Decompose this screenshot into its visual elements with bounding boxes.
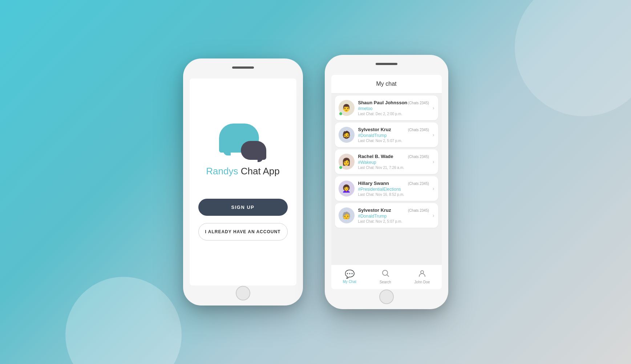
avatar: 🧓 <box>339 207 355 223</box>
search-icon <box>381 269 389 279</box>
avatar-wrap: 👩‍🦱 <box>339 181 355 197</box>
phone-speaker-right <box>376 63 397 65</box>
signup-button[interactable]: SIGN UP <box>198 199 288 216</box>
logo-area: Randys Chat App <box>206 124 279 177</box>
chat-last: Last Chat: Nov 16, 8:52 p.m. <box>358 193 429 197</box>
already-account-button[interactable]: I ALREADY HAVE AN ACCOUNT <box>198 223 288 240</box>
phone-left: Randys Chat App SIGN UP I ALREADY HAVE A… <box>183 58 303 306</box>
app-title: Randys Chat App <box>206 166 279 177</box>
avatar: 👩‍🦱 <box>339 181 355 197</box>
avatar: 🧔 <box>339 127 355 143</box>
chat-name: Sylvestor Kruz <box>358 207 391 213</box>
avatar-wrap: 👨 <box>339 100 355 116</box>
chat-last: Last Chat: Nov 2, 5:07 p.m. <box>358 219 429 223</box>
svg-point-2 <box>421 271 424 274</box>
chat-name: Shaun Paul Johnsson <box>358 100 408 105</box>
chat-info: Sylvestor Kruz (Chats 2345) #DonaldTrump… <box>358 127 429 143</box>
avatar-wrap: 🧓 <box>339 207 355 223</box>
nav-label-profile: John Doe <box>414 280 430 284</box>
chevron-right-icon: › <box>433 105 434 111</box>
chat-name-row: Rachel B. Wade (Chats 2345) <box>358 154 429 159</box>
chat-name: Rachel B. Wade <box>358 154 393 159</box>
chat-count: (Chats 2345) <box>408 182 429 186</box>
chat-count: (Chats 2345) <box>408 209 429 213</box>
chevron-right-icon: › <box>433 159 434 165</box>
chat-info: Shaun Paul Johnsson (Chats 2345) #metoo … <box>358 100 429 116</box>
chat-name-row: Shaun Paul Johnsson (Chats 2345) <box>358 100 429 105</box>
home-button-right[interactable] <box>379 290 394 304</box>
chat-tag: #PresidentialElections <box>358 187 429 192</box>
chevron-right-icon: › <box>433 186 434 191</box>
chat-last: Last Chat: Nov 21, 7:26 a.m. <box>358 166 429 170</box>
chat-screen: My chat 👨 Shaun Paul Johnsson (Chats 234… <box>331 75 442 289</box>
chat-name-row: Sylvestor Kruz (Chats 2345) <box>358 207 429 213</box>
online-indicator <box>339 166 343 169</box>
phone-right: My chat 👨 Shaun Paul Johnsson (Chats 234… <box>325 55 448 309</box>
chat-name-row: Sylvestor Kruz (Chats 2345) <box>358 127 429 132</box>
phone-screen-left: Randys Chat App SIGN UP I ALREADY HAVE A… <box>190 78 296 286</box>
chat-last: Last Chat: Nov 2, 5:07 p.m. <box>358 139 429 143</box>
chat-name: Sylvestor Kruz <box>358 127 391 132</box>
chat-item[interactable]: 🧔 Sylvestor Kruz (Chats 2345) #DonaldTru… <box>335 122 438 147</box>
home-button-left[interactable] <box>236 286 250 300</box>
chat-item[interactable]: 👨 Shaun Paul Johnsson (Chats 2345) #meto… <box>335 96 438 120</box>
chat-logo <box>219 124 266 160</box>
chevron-right-icon: › <box>433 132 434 138</box>
chat-item[interactable]: 👩 Rachel B. Wade (Chats 2345) #Wakeup La… <box>335 149 438 174</box>
bubble-secondary <box>241 141 266 160</box>
nav-item-search[interactable]: Search <box>376 268 395 286</box>
phone-speaker-left <box>232 66 254 69</box>
chat-info: Sylvestor Kruz (Chats 2345) #DonaldTrump… <box>358 207 429 223</box>
phone-screen-right: My chat 👨 Shaun Paul Johnsson (Chats 234… <box>331 75 442 289</box>
chat-bubble-icon: 💬 <box>345 270 355 279</box>
phones-container: Randys Chat App SIGN UP I ALREADY HAVE A… <box>183 55 448 309</box>
chat-tag: #metoo <box>358 106 429 111</box>
chat-item[interactable]: 👩‍🦱 Hillary Swann (Chats 2345) #Presiden… <box>335 176 438 201</box>
chat-item[interactable]: 🧓 Sylvestor Kruz (Chats 2345) #DonaldTru… <box>335 203 438 228</box>
chat-header-title: My chat <box>376 81 396 87</box>
nav-label-search: Search <box>380 280 391 284</box>
avatar-wrap: 👩 <box>339 154 355 170</box>
chat-count: (Chats 2345) <box>408 101 429 105</box>
chat-info: Hillary Swann (Chats 2345) #Presidential… <box>358 181 429 197</box>
chat-info: Rachel B. Wade (Chats 2345) #Wakeup Last… <box>358 154 429 170</box>
chat-header: My chat <box>331 75 442 93</box>
chat-tag: #Wakeup <box>358 160 429 165</box>
chat-last: Last Chat: Dec 2, 2:00 p.m. <box>358 112 429 116</box>
nav-item-mychat[interactable]: 💬 My Chat <box>339 268 360 285</box>
bottom-nav: 💬 My Chat Search <box>331 264 442 289</box>
svg-line-1 <box>387 275 389 277</box>
app-title-normal: Chat App <box>238 166 279 177</box>
online-indicator <box>339 112 343 116</box>
chat-count: (Chats 2345) <box>408 128 429 132</box>
chat-count: (Chats 2345) <box>408 155 429 159</box>
nav-item-profile[interactable]: John Doe <box>411 268 434 286</box>
bg-decoration-right <box>515 0 631 116</box>
chat-name-row: Hillary Swann (Chats 2345) <box>358 181 429 186</box>
nav-label-mychat: My Chat <box>343 280 356 284</box>
chat-tag: #DonaldTrump <box>358 214 429 219</box>
person-icon <box>418 269 426 279</box>
chat-tag: #DonaldTrump <box>358 133 429 138</box>
app-title-colored: Randys <box>206 166 238 177</box>
avatar-wrap: 🧔 <box>339 127 355 143</box>
signup-screen: Randys Chat App SIGN UP I ALREADY HAVE A… <box>190 78 296 286</box>
chat-list: 👨 Shaun Paul Johnsson (Chats 2345) #meto… <box>331 93 442 264</box>
chat-name: Hillary Swann <box>358 181 389 186</box>
bg-decoration-left <box>65 277 182 364</box>
chevron-right-icon: › <box>433 213 434 218</box>
